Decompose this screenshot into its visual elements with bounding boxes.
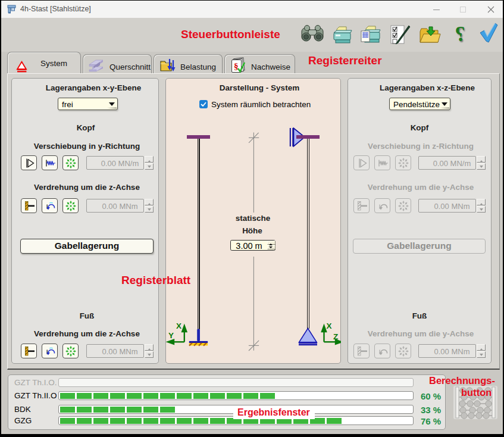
svg-text:§: § <box>234 61 239 71</box>
svg-text:Z: Z <box>333 332 338 341</box>
svg-text:X: X <box>327 321 332 330</box>
svg-text:X: X <box>176 321 181 330</box>
svg-text:Y: Y <box>168 331 174 340</box>
